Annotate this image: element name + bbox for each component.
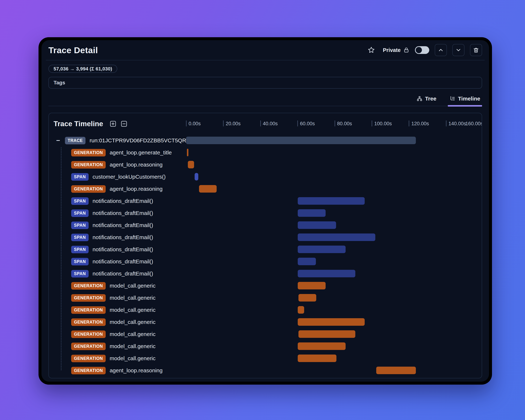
observation-label: model_call.generic [110,319,156,325]
token-usage-row: 57,036 → 3,994 (Σ 61,030) [48,65,482,73]
observation-label: notifications_draftEmail() [93,198,153,204]
observation-label: model_call.generic [110,295,156,301]
duration-bar[interactable] [298,355,336,362]
observation-label: notifications_draftEmail() [93,222,153,228]
duration-bar[interactable] [298,342,346,350]
duration-bar[interactable] [298,282,326,289]
window-header: Trace Detail Private [46,40,485,60]
tab-timeline-label: Timeline [458,95,480,102]
observation-type-badge: GENERATION [71,282,106,289]
page-title: Trace Detail [48,45,98,55]
timeline-row[interactable]: SPAN notifications_draftEmail() [49,243,482,255]
timeline-icon [450,96,455,102]
timeline-row[interactable]: −TRACE run:01JCTPR9VD06FD2ZBB5VCT5QRV [49,134,482,147]
duration-bar[interactable] [298,306,304,314]
window-content: Trace Detail Private [41,40,489,382]
timeline-row[interactable]: SPAN notifications_draftEmail() [49,255,482,268]
tab-timeline[interactable]: Timeline [449,94,481,106]
observation-label: notifications_draftEmail() [93,271,153,277]
tree-icon [417,96,422,102]
observation-label: notifications_draftEmail() [93,246,153,252]
duration-bar[interactable] [298,233,375,241]
tab-tree[interactable]: Tree [416,94,437,106]
timeline-row[interactable]: SPAN notifications_draftEmail() [49,231,482,243]
privacy-toggle[interactable] [415,46,429,54]
timeline-row[interactable]: GENERATION model_call.generic [49,328,482,340]
duration-bar[interactable] [298,221,336,229]
timeline-row[interactable]: GENERATION agent_loop.reasoning [49,159,482,171]
timeline-rows: −TRACE run:01JCTPR9VD06FD2ZBB5VCT5QRV GE… [49,134,482,376]
lock-icon [403,47,409,53]
timeline-row[interactable]: SPAN notifications_draftEmail() [49,268,482,280]
tags-label: Tags [54,80,65,86]
timeline-row[interactable]: GENERATION model_call.generic [49,280,482,292]
observation-type-badge: SPAN [71,173,89,181]
tags-input[interactable]: Tags [48,77,482,89]
duration-bar[interactable] [188,161,194,168]
observation-label: model_call.generic [110,331,156,337]
duration-bar[interactable] [298,258,316,265]
observation-label: notifications_draftEmail() [93,234,153,241]
duration-bar[interactable] [298,318,365,326]
observation-type-badge: GENERATION [71,306,106,314]
observation-label: model_call.generic [110,283,156,289]
observation-type-badge: SPAN [71,209,89,217]
delete-trace-button[interactable] [470,44,482,56]
trace-timeline-title: Trace Timeline [54,120,103,128]
zoom-out-icon[interactable] [120,120,128,128]
trace-timeline-header: Trace Timeline [49,113,482,134]
observation-label: customer_lookUpCustomers() [93,174,166,180]
duration-bar[interactable] [298,270,355,277]
observation-label: notifications_draftEmail() [93,258,153,265]
navigate-up-button[interactable] [435,44,447,56]
observation-type-badge: GENERATION [71,318,106,326]
timeline-row[interactable]: GENERATION agent_loop.reasoning [49,183,482,195]
duration-bar[interactable] [187,149,188,156]
duration-bar[interactable] [186,137,416,144]
timeline-row[interactable]: GENERATION model_call.generic [49,316,482,328]
observation-label: model_call.generic [110,343,156,349]
duration-bar[interactable] [298,209,326,217]
duration-bar[interactable] [298,246,346,253]
privacy-control: Private [383,47,409,53]
observation-type-badge: GENERATION [71,294,106,302]
timeline-row[interactable]: GENERATION model_call.generic [49,304,482,316]
timeline-row[interactable]: GENERATION agent_loop.reasoning [49,364,482,376]
timeline-row[interactable]: SPAN notifications_draftEmail() [49,207,482,219]
trace-detail-window: Trace Detail Private [38,37,492,385]
duration-bar[interactable] [299,330,355,338]
tab-tree-label: Tree [425,95,436,102]
observation-label: agent_loop.reasoning [110,162,163,168]
timeline-row[interactable]: GENERATION model_call.generic [49,292,482,304]
duration-bar[interactable] [299,294,316,301]
duration-bar[interactable] [195,173,198,180]
timeline-row[interactable]: SPAN notifications_draftEmail() [49,195,482,207]
duration-bar[interactable] [298,197,365,205]
observation-type-badge: SPAN [71,246,89,253]
token-usage-badge[interactable]: 57,036 → 3,994 (Σ 61,030) [48,65,117,73]
timeline-row[interactable]: GENERATION model_call.generic [49,340,482,352]
observation-type-badge: SPAN [71,270,89,278]
timeline-row[interactable]: SPAN customer_lookUpCustomers() [49,171,482,183]
view-tabs: Tree Timeline [48,91,482,106]
duration-bar[interactable] [199,185,217,193]
collapse-icon[interactable]: − [56,137,63,144]
observation-type-badge: GENERATION [71,355,106,362]
observation-label: notifications_draftEmail() [93,210,153,216]
zoom-in-icon[interactable] [109,120,117,128]
navigate-down-button[interactable] [452,44,464,56]
timeline-row[interactable]: SPAN notifications_draftEmail() [49,219,482,231]
observation-label: run:01JCTPR9VD06FD2ZBB5VCT5QRV [90,137,190,144]
duration-bar[interactable] [376,367,416,374]
observation-type-badge: SPAN [71,258,89,265]
observation-type-badge: GENERATION [71,367,106,374]
observation-label: agent_loop.generate_title [110,149,172,156]
timeline-zoom-controls [109,120,128,128]
observation-type-badge: GENERATION [71,149,106,157]
observation-type-badge: SPAN [71,234,89,241]
toggle-knob [416,47,422,53]
timeline-row[interactable]: GENERATION agent_loop.generate_title [49,147,482,159]
observation-type-badge: SPAN [71,197,89,205]
timeline-row[interactable]: GENERATION model_call.generic [49,352,482,364]
star-icon[interactable] [367,46,375,54]
